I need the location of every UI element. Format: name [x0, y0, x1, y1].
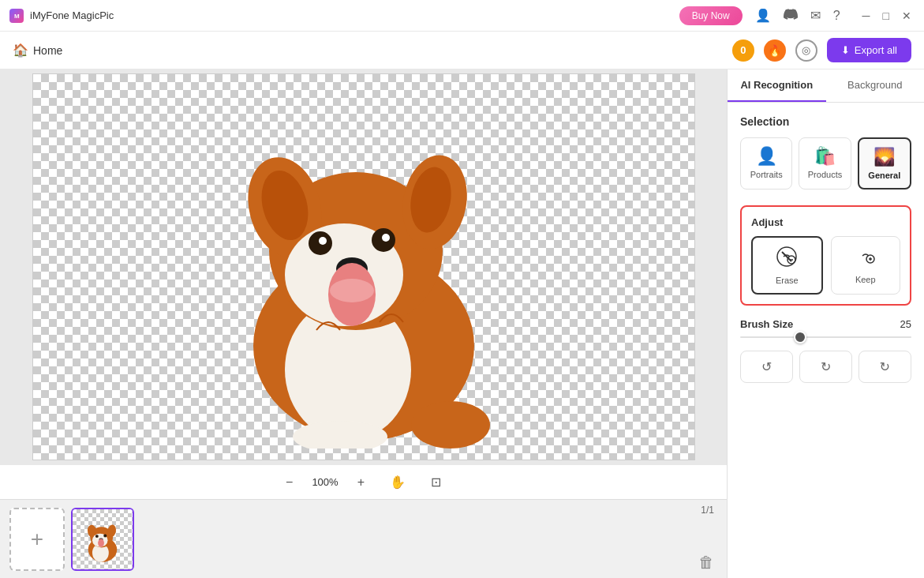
keep-icon — [855, 245, 877, 272]
thumbnail-item[interactable] — [71, 508, 134, 571]
svg-text:M: M — [14, 13, 20, 20]
app-name: iMyFone MagicPic — [30, 9, 114, 21]
svg-point-13 — [382, 234, 390, 242]
tab-background[interactable]: Background — [826, 69, 925, 102]
dog-image — [182, 85, 545, 449]
home-label: Home — [33, 44, 62, 57]
user-icon[interactable]: 👤 — [755, 8, 771, 23]
export-icon: ⬇ — [841, 44, 850, 56]
products-label: Products — [808, 170, 842, 179]
panel-tabs: AI Recognition Background — [728, 69, 924, 103]
main-layout: − 100% + ✋ ⊡ 1/1 + — [0, 69, 924, 578]
tab-ai-recognition[interactable]: AI Recognition — [728, 69, 826, 102]
thumb-dog — [79, 516, 126, 563]
pan-tool-button[interactable]: ✋ — [383, 471, 412, 493]
brush-slider-container — [740, 336, 911, 338]
mail-icon[interactable]: ✉ — [810, 8, 821, 23]
titlebar: M iMyFone MagicPic Buy Now 👤 ✉ ? ─ □ ✕ — [0, 0, 924, 32]
close-button[interactable]: ✕ — [899, 6, 915, 25]
svg-point-26 — [103, 534, 107, 537]
zoom-level: 100% — [312, 476, 338, 488]
flame-icon[interactable]: 🔥 — [764, 39, 786, 62]
brush-size-value: 25 — [900, 318, 911, 330]
svg-point-16 — [330, 279, 374, 302]
discord-icon[interactable] — [784, 7, 798, 24]
target-icon[interactable]: ◎ — [795, 39, 817, 62]
svg-point-11 — [319, 237, 327, 245]
help-icon[interactable]: ? — [833, 9, 840, 23]
products-icon: 🛍️ — [814, 146, 836, 167]
add-image-button[interactable]: + — [9, 508, 65, 571]
badge-zero[interactable]: 0 — [732, 39, 754, 62]
selection-label: Selection — [740, 115, 911, 128]
canvas-area: − 100% + ✋ ⊡ 1/1 + — [0, 69, 727, 578]
erase-icon — [776, 246, 798, 272]
thumbnail-strip: 1/1 + — [0, 499, 727, 578]
general-icon: 🌄 — [873, 147, 895, 167]
adjust-grid: Erase Keep — [751, 236, 900, 295]
selection-portraits[interactable]: 👤 Portraits — [740, 137, 792, 190]
general-label: General — [868, 171, 900, 180]
app-logo: M — [9, 9, 24, 23]
svg-point-17 — [411, 401, 490, 449]
zoom-in-button[interactable]: + — [351, 472, 371, 493]
svg-point-28 — [98, 539, 104, 546]
brush-header: Brush Size 25 — [740, 318, 911, 330]
home-icon: 🏠 — [13, 43, 28, 58]
titlebar-icons: 👤 ✉ ? — [755, 7, 840, 24]
redo-button[interactable]: ↻ — [799, 351, 852, 383]
delete-thumbnail-button[interactable]: 🗑 — [698, 554, 714, 572]
brush-size-label: Brush Size — [740, 318, 793, 330]
history-section: ↺ ↻ ↺ — [740, 351, 911, 383]
undo-button[interactable]: ↺ — [740, 351, 793, 383]
keep-label: Keep — [855, 275, 876, 284]
brush-section: Brush Size 25 — [740, 318, 911, 338]
adjust-section: Adjust Erase — [740, 205, 911, 306]
brush-slider-thumb[interactable] — [794, 331, 806, 343]
navbar: 🏠 Home 0 🔥 ◎ ⬇ Export all — [0, 32, 924, 69]
undo-icon: ↺ — [761, 359, 772, 374]
window-controls: ─ □ ✕ — [859, 6, 915, 25]
redo-icon: ↻ — [821, 359, 831, 374]
erase-label: Erase — [776, 276, 799, 285]
canvas-toolbar: − 100% + ✋ ⊡ — [0, 464, 727, 499]
home-nav[interactable]: 🏠 Home — [13, 43, 62, 58]
right-panel: AI Recognition Background Selection 👤 Po… — [727, 69, 924, 578]
buy-now-button[interactable]: Buy Now — [679, 6, 743, 25]
reset-button[interactable]: ↺ — [859, 351, 911, 383]
titlebar-left: M iMyFone MagicPic — [9, 9, 114, 23]
export-all-button[interactable]: ⬇ Export all — [827, 38, 911, 62]
erase-button[interactable]: Erase — [751, 236, 823, 295]
zoom-out-button[interactable]: − — [279, 472, 299, 493]
panel-content: Selection 👤 Portraits 🛍️ Products 🌄 Gene… — [728, 103, 924, 396]
keep-button[interactable]: Keep — [831, 236, 901, 295]
minimize-button[interactable]: ─ — [859, 6, 873, 25]
canvas-container — [32, 73, 695, 460]
portraits-icon: 👤 — [756, 146, 777, 167]
selection-grid: 👤 Portraits 🛍️ Products 🌄 General — [740, 137, 911, 190]
reset-icon: ↺ — [880, 359, 890, 374]
maximize-button[interactable]: □ — [880, 6, 892, 25]
selection-products[interactable]: 🛍️ Products — [799, 137, 851, 190]
slider-track — [740, 336, 911, 338]
page-count: 1/1 — [701, 505, 714, 516]
selection-general[interactable]: 🌄 General — [858, 137, 911, 190]
navbar-right: 0 🔥 ◎ ⬇ Export all — [732, 38, 911, 62]
titlebar-center: Buy Now 👤 ✉ ? ─ □ ✕ — [679, 6, 915, 25]
split-view-button[interactable]: ⊡ — [425, 471, 447, 493]
adjust-label: Adjust — [751, 216, 900, 228]
portraits-label: Portraits — [750, 170, 783, 179]
canvas-wrapper — [0, 69, 727, 464]
svg-point-25 — [95, 535, 99, 538]
